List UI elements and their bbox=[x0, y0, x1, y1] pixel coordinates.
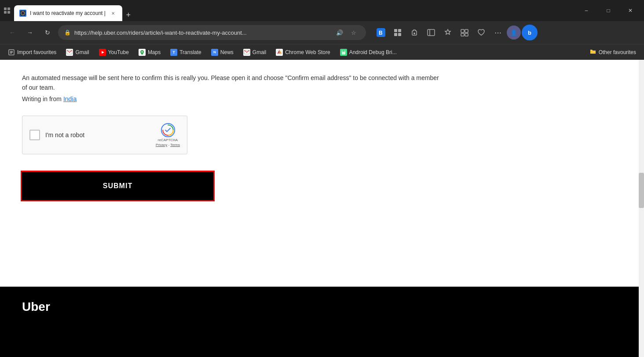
refresh-button[interactable]: ↻ bbox=[40, 26, 55, 40]
tab-group: I want to reactivate my account | ✕ + bbox=[14, 0, 573, 21]
maximize-button[interactable]: □ bbox=[598, 4, 618, 18]
import-favorites-button[interactable]: Import favourites bbox=[4, 47, 61, 58]
automated-message-text: An automated message will be sent here t… bbox=[22, 73, 440, 93]
translate-label: Translate bbox=[179, 49, 201, 55]
tab-close-button[interactable]: ✕ bbox=[109, 9, 117, 17]
gmail2-icon bbox=[243, 49, 250, 56]
country-link[interactable]: India bbox=[63, 95, 77, 102]
svg-rect-10 bbox=[394, 33, 397, 36]
bing-copilot-button[interactable]: b bbox=[522, 25, 538, 40]
svg-point-29 bbox=[342, 51, 343, 51]
collections-icon[interactable] bbox=[390, 25, 406, 40]
favorites-toolbar-icon[interactable] bbox=[440, 25, 456, 40]
import-favorites-label: Import favourites bbox=[17, 49, 56, 55]
writing-from-label: Writing in from bbox=[22, 95, 62, 102]
active-tab[interactable]: I want to reactivate my account | ✕ bbox=[14, 5, 122, 21]
extensions-icon[interactable] bbox=[406, 25, 422, 40]
writing-from-text: Writing in from India bbox=[22, 95, 622, 102]
svg-rect-2 bbox=[4, 11, 7, 14]
youtube-icon bbox=[99, 49, 106, 56]
svg-point-25 bbox=[141, 51, 143, 52]
bookmark-translate[interactable]: T Translate bbox=[166, 47, 206, 58]
more-tools-icon[interactable]: ⋯ bbox=[490, 25, 506, 40]
bing-edge-icon[interactable]: B bbox=[373, 25, 389, 40]
bookmark-android[interactable]: Android Debug Bri... bbox=[336, 47, 401, 58]
tab-title: I want to reactivate my account | bbox=[30, 10, 106, 16]
profile-button[interactable]: 👤 bbox=[507, 26, 521, 40]
translate-icon: T bbox=[170, 49, 177, 56]
close-button[interactable]: ✕ bbox=[620, 4, 640, 18]
recaptcha-label: I'm not a robot bbox=[45, 131, 84, 138]
android-icon bbox=[340, 49, 347, 56]
back-button[interactable]: ← bbox=[5, 26, 19, 40]
chrome-store-label: Chrome Web Store bbox=[285, 49, 330, 55]
scrollbar[interactable] bbox=[639, 60, 644, 357]
scroll-thumb[interactable] bbox=[639, 173, 644, 208]
address-bar-input[interactable]: 🔒 https://help.uber.com/riders/article/i… bbox=[58, 25, 366, 40]
page-body: An automated message will be sent here t… bbox=[0, 60, 644, 287]
svg-rect-11 bbox=[398, 33, 401, 36]
bookmark-gmail2[interactable]: Gmail bbox=[239, 47, 271, 58]
bookmark-news[interactable]: N News bbox=[207, 47, 238, 58]
youtube-label: YouTube bbox=[108, 49, 129, 55]
other-favorites-button[interactable]: Other favourites bbox=[585, 46, 640, 58]
svg-marker-24 bbox=[102, 51, 104, 54]
recaptcha-checkbox[interactable] bbox=[29, 130, 40, 140]
privacy-link[interactable]: Privacy bbox=[156, 143, 167, 147]
main-area: An automated message will be sent here t… bbox=[0, 60, 644, 357]
svg-rect-3 bbox=[7, 11, 10, 14]
svg-point-30 bbox=[344, 51, 344, 51]
recaptcha-logo-icon bbox=[161, 123, 175, 137]
profile-collections-icon[interactable] bbox=[457, 25, 472, 40]
svg-rect-0 bbox=[4, 7, 7, 10]
news-icon: N bbox=[211, 49, 218, 56]
sidebar-icon[interactable] bbox=[423, 25, 439, 40]
captcha-left: I'm not a robot bbox=[29, 130, 84, 140]
lock-icon: 🔒 bbox=[64, 29, 71, 36]
submit-button[interactable]: SUBMIT bbox=[22, 172, 213, 200]
svg-rect-13 bbox=[428, 29, 435, 36]
footer-section: Uber bbox=[0, 287, 644, 357]
favorites-icon[interactable]: ☆ bbox=[348, 26, 360, 39]
svg-rect-15 bbox=[461, 29, 464, 33]
title-bar: I want to reactivate my account | ✕ + – … bbox=[0, 0, 644, 21]
bookmark-gmail1[interactable]: Gmail bbox=[62, 47, 93, 58]
android-label: Android Debug Bri... bbox=[349, 49, 397, 55]
address-bar: ← → ↻ 🔒 https://help.uber.com/riders/art… bbox=[0, 21, 644, 44]
chrome-store-icon bbox=[276, 49, 283, 56]
maps-label: Maps bbox=[148, 49, 161, 55]
bookmark-youtube[interactable]: YouTube bbox=[95, 47, 133, 58]
svg-text:B: B bbox=[379, 30, 383, 36]
tab-favicon bbox=[19, 10, 26, 17]
svg-rect-8 bbox=[394, 29, 397, 32]
window-controls: – □ ✕ bbox=[576, 4, 640, 18]
new-tab-button[interactable]: + bbox=[122, 9, 135, 21]
gmail2-label: Gmail bbox=[252, 49, 266, 55]
maps-icon bbox=[139, 49, 146, 56]
captcha-right: reCAPTCHA Privacy - Terms bbox=[156, 123, 180, 147]
svg-rect-9 bbox=[398, 29, 401, 32]
svg-rect-18 bbox=[465, 33, 468, 36]
forward-button[interactable]: → bbox=[23, 26, 37, 40]
page-content: An automated message will be sent here t… bbox=[0, 60, 644, 357]
bookmark-chrome-store[interactable]: Chrome Web Store bbox=[271, 47, 335, 58]
url-display: https://help.uber.com/riders/article/i-w… bbox=[74, 29, 330, 36]
read-aloud-icon[interactable]: 🔊 bbox=[333, 26, 346, 39]
svg-point-12 bbox=[413, 33, 415, 34]
svg-rect-1 bbox=[7, 7, 10, 10]
health-icon[interactable] bbox=[473, 25, 489, 40]
content-section: An automated message will be sent here t… bbox=[0, 60, 644, 231]
other-favorites-label: Other favourites bbox=[599, 49, 636, 55]
recaptcha-widget[interactable]: I'm not a robot reCAPTCHA Privacy bbox=[22, 116, 187, 154]
terms-link[interactable]: Terms bbox=[170, 143, 180, 147]
svg-rect-17 bbox=[461, 33, 464, 36]
footer-brand-name: Uber bbox=[22, 300, 622, 314]
svg-rect-16 bbox=[465, 29, 468, 33]
folder-icon bbox=[589, 48, 596, 56]
address-bar-icons: 🔊 ☆ bbox=[333, 26, 360, 39]
minimize-button[interactable]: – bbox=[576, 4, 596, 18]
gmail1-label: Gmail bbox=[75, 49, 89, 55]
bookmark-maps[interactable]: Maps bbox=[134, 47, 165, 58]
toolbar-icons: B bbox=[373, 25, 538, 40]
news-label: News bbox=[220, 49, 234, 55]
